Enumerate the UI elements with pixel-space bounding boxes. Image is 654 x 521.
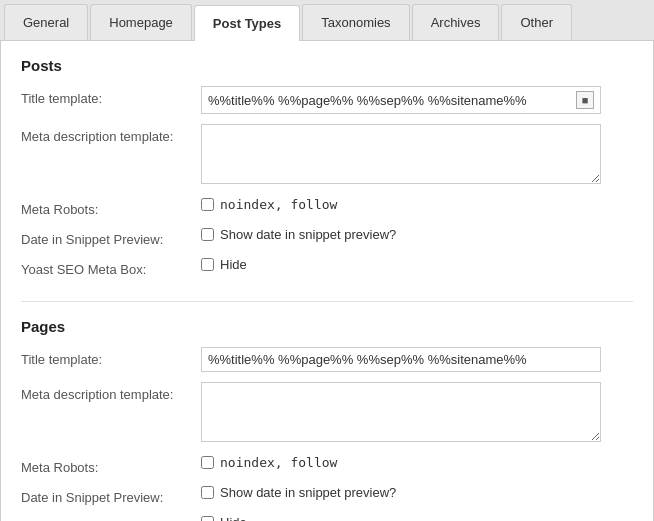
pages-date-snippet-control: Show date in snippet preview? xyxy=(201,485,633,500)
pages-date-snippet-text: Show date in snippet preview? xyxy=(220,485,396,500)
posts-title-input-text: %%title%% %%page%% %%sep%% %%sitename%% xyxy=(208,93,576,108)
pages-section: Pages Title template: %%title%% %%page%%… xyxy=(21,318,633,521)
posts-title-template-label: Title template: xyxy=(21,86,201,106)
pages-yoast-metabox-row: Yoast SEO Meta Box: Hide xyxy=(21,515,633,521)
posts-meta-robots-value: noindex, follow xyxy=(220,197,337,212)
pages-meta-desc-control xyxy=(201,382,633,445)
posts-date-snippet-control: Show date in snippet preview? xyxy=(201,227,633,242)
pages-meta-robots-checkbox[interactable] xyxy=(201,456,214,469)
posts-meta-robots-control: noindex, follow xyxy=(201,197,633,212)
pages-meta-desc-textarea[interactable] xyxy=(201,382,601,442)
pages-meta-robots-control: noindex, follow xyxy=(201,455,633,470)
posts-yoast-metabox-control: Hide xyxy=(201,257,633,272)
posts-section: Posts Title template: %%title%% %%page%%… xyxy=(21,57,633,277)
pages-meta-robots-checkbox-row: noindex, follow xyxy=(201,455,633,470)
pages-title-template-row: Title template: %%title%% %%page%% %%sep… xyxy=(21,347,633,372)
posts-meta-desc-row: Meta description template: xyxy=(21,124,633,187)
pages-date-snippet-row: Date in Snippet Preview: Show date in sn… xyxy=(21,485,633,505)
pages-meta-robots-value: noindex, follow xyxy=(220,455,337,470)
posts-date-snippet-row: Date in Snippet Preview: Show date in sn… xyxy=(21,227,633,247)
pages-yoast-metabox-checkbox-row: Hide xyxy=(201,515,633,521)
pages-date-snippet-checkbox[interactable] xyxy=(201,486,214,499)
posts-meta-desc-textarea[interactable] xyxy=(201,124,601,184)
pages-meta-desc-label: Meta description template: xyxy=(21,382,201,402)
pages-meta-robots-row: Meta Robots: noindex, follow xyxy=(21,455,633,475)
posts-meta-desc-label: Meta description template: xyxy=(21,124,201,144)
tab-taxonomies[interactable]: Taxonomies xyxy=(302,4,409,40)
pages-title-template-control: %%title%% %%page%% %%sep%% %%sitename%% xyxy=(201,347,633,372)
tab-other[interactable]: Other xyxy=(501,4,572,40)
posts-date-snippet-checkbox-row: Show date in snippet preview? xyxy=(201,227,633,242)
posts-yoast-metabox-text: Hide xyxy=(220,257,247,272)
posts-meta-robots-label: Meta Robots: xyxy=(21,197,201,217)
tab-general[interactable]: General xyxy=(4,4,88,40)
pages-yoast-metabox-checkbox[interactable] xyxy=(201,516,214,521)
posts-title-template-control: %%title%% %%page%% %%sep%% %%sitename%% … xyxy=(201,86,633,114)
posts-title-template-row: Title template: %%title%% %%page%% %%sep… xyxy=(21,86,633,114)
posts-title-input-wrapper[interactable]: %%title%% %%page%% %%sep%% %%sitename%% … xyxy=(201,86,601,114)
tab-homepage[interactable]: Homepage xyxy=(90,4,192,40)
posts-section-title: Posts xyxy=(21,57,633,74)
posts-yoast-metabox-label: Yoast SEO Meta Box: xyxy=(21,257,201,277)
pages-meta-robots-label: Meta Robots: xyxy=(21,455,201,475)
tab-post-types[interactable]: Post Types xyxy=(194,5,300,41)
posts-yoast-metabox-checkbox-row: Hide xyxy=(201,257,633,272)
posts-title-insert-icon[interactable]: ■ xyxy=(576,91,594,109)
pages-meta-desc-row: Meta description template: xyxy=(21,382,633,445)
pages-title-template-label: Title template: xyxy=(21,347,201,367)
posts-date-snippet-checkbox[interactable] xyxy=(201,228,214,241)
posts-date-snippet-label: Date in Snippet Preview: xyxy=(21,227,201,247)
section-divider xyxy=(21,301,633,302)
pages-date-snippet-checkbox-row: Show date in snippet preview? xyxy=(201,485,633,500)
pages-yoast-metabox-label: Yoast SEO Meta Box: xyxy=(21,515,201,521)
pages-yoast-metabox-control: Hide xyxy=(201,515,633,521)
pages-title-input-wrapper[interactable]: %%title%% %%page%% %%sep%% %%sitename%% xyxy=(201,347,601,372)
posts-yoast-metabox-row: Yoast SEO Meta Box: Hide xyxy=(21,257,633,277)
pages-title-input-text: %%title%% %%page%% %%sep%% %%sitename%% xyxy=(208,352,594,367)
tabs-bar: General Homepage Post Types Taxonomies A… xyxy=(0,0,654,41)
posts-meta-robots-row: Meta Robots: noindex, follow xyxy=(21,197,633,217)
posts-meta-robots-checkbox[interactable] xyxy=(201,198,214,211)
pages-yoast-metabox-text: Hide xyxy=(220,515,247,521)
posts-yoast-metabox-checkbox[interactable] xyxy=(201,258,214,271)
pages-section-title: Pages xyxy=(21,318,633,335)
posts-meta-desc-control xyxy=(201,124,633,187)
tab-archives[interactable]: Archives xyxy=(412,4,500,40)
pages-date-snippet-label: Date in Snippet Preview: xyxy=(21,485,201,505)
content-area: Posts Title template: %%title%% %%page%%… xyxy=(0,41,654,521)
posts-meta-robots-checkbox-row: noindex, follow xyxy=(201,197,633,212)
posts-date-snippet-text: Show date in snippet preview? xyxy=(220,227,396,242)
